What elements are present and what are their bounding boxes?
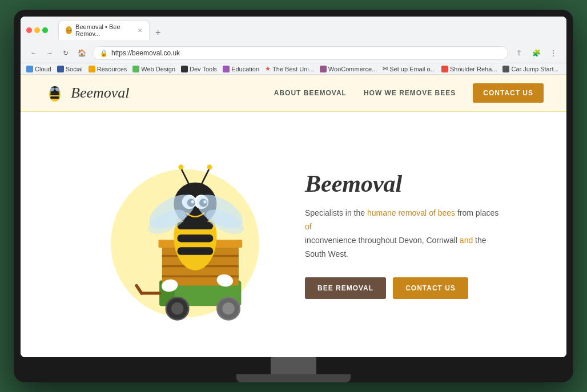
browser-window: 🐝 Beemoval • Bee Remov... ✕ + ← → ↻ 🏠 🔒 … xyxy=(21,17,566,357)
nav-about[interactable]: ABOUT BEEMOVAL xyxy=(274,89,347,97)
refresh-button[interactable]: ↻ xyxy=(58,46,73,60)
bee-character-illustration xyxy=(88,138,282,332)
hero-section: Beemoval Specialists in the humane remov… xyxy=(21,112,566,357)
bookmark-carjump[interactable]: Car Jump Start... xyxy=(502,66,558,72)
bookmark-car-label: Car Jump Start... xyxy=(511,66,558,72)
bookmark-shoulder-label: Shoulder Reha... xyxy=(450,66,497,72)
bookmark-webdesign-icon xyxy=(132,66,139,72)
bookmark-education-icon xyxy=(223,66,230,72)
hero-title: Beemoval xyxy=(305,170,499,197)
hero-text: Beemoval Specialists in the humane remov… xyxy=(305,170,499,298)
share-button[interactable]: ⇧ xyxy=(512,46,526,60)
stand-base xyxy=(236,374,351,382)
nav-links: ABOUT BEEMOVAL HOW WE REMOVE BEES CONTAC… xyxy=(274,83,544,103)
bookmark-education[interactable]: Education xyxy=(223,66,259,72)
site-navigation: Beemoval ABOUT BEEMOVAL HOW WE REMOVE BE… xyxy=(21,75,566,112)
bookmark-social[interactable]: Social xyxy=(57,66,83,72)
bookmark-woo-label: WooCommerce... xyxy=(328,66,377,72)
bookmark-email-label: Set up Email o... xyxy=(389,66,436,72)
svg-line-32 xyxy=(202,168,210,185)
bookmark-devtools-label: Dev Tools xyxy=(190,66,217,72)
bookmark-woocommerce[interactable]: WooCommerce... xyxy=(320,66,377,72)
bookmark-devtools-icon xyxy=(181,66,188,72)
hero-buttons: BEE REMOVAL CONTACT US xyxy=(305,277,499,299)
new-tab-button[interactable]: + xyxy=(151,25,165,40)
bookmark-bestuni-icon: ★ xyxy=(265,65,271,72)
bookmarks-bar: Cloud Social Resources Web Design Dev To… xyxy=(21,63,566,74)
bookmark-email-icon: ✉ xyxy=(383,65,388,72)
bookmark-car-icon xyxy=(502,66,509,72)
address-bar[interactable]: 🔒 https://beemoval.co.uk xyxy=(93,46,508,60)
back-button[interactable]: ← xyxy=(26,46,41,60)
logo-bee-icon xyxy=(43,82,66,104)
hero-description: Specialists in the humane removal of bee… xyxy=(305,207,499,261)
bookmark-shoulder-icon xyxy=(441,66,448,72)
bookmark-education-label: Education xyxy=(231,66,259,72)
browser-chrome: 🐝 Beemoval • Bee Remov... ✕ + ← → ↻ 🏠 🔒 … xyxy=(21,17,566,75)
bookmark-shoulder[interactable]: Shoulder Reha... xyxy=(441,66,497,72)
browser-toolbar: ← → ↻ 🏠 🔒 https://beemoval.co.uk ⇧ 🧩 ⋮ xyxy=(21,43,566,63)
svg-line-14 xyxy=(136,285,142,293)
extensions-button[interactable]: 🧩 xyxy=(529,46,544,60)
ssl-lock-icon: 🔒 xyxy=(100,50,108,57)
bookmark-social-label: Social xyxy=(66,66,83,72)
window-controls xyxy=(26,27,48,33)
svg-point-18 xyxy=(222,302,234,314)
svg-rect-3 xyxy=(50,96,59,99)
site-logo: Beemoval xyxy=(43,82,130,104)
svg-point-16 xyxy=(171,302,183,314)
svg-point-31 xyxy=(178,164,183,169)
maximize-dot[interactable] xyxy=(42,27,48,33)
svg-rect-21 xyxy=(178,235,214,242)
browser-titlebar: 🐝 Beemoval • Bee Remov... ✕ + xyxy=(21,17,566,43)
minimize-dot[interactable] xyxy=(34,27,40,33)
tab-favicon: 🐝 xyxy=(66,26,72,34)
bookmark-webdesign[interactable]: Web Design xyxy=(132,66,175,72)
bookmark-woo-icon xyxy=(320,66,327,72)
bookmark-resources[interactable]: Resources xyxy=(89,66,127,72)
monitor-stand xyxy=(21,357,566,382)
home-button[interactable]: 🏠 xyxy=(74,46,89,60)
hero-image xyxy=(88,138,282,332)
svg-rect-2 xyxy=(50,93,59,95)
monitor: 🐝 Beemoval • Bee Remov... ✕ + ← → ↻ 🏠 🔒 … xyxy=(14,10,573,382)
bee-removal-button[interactable]: BEE REMOVAL xyxy=(305,277,386,299)
bookmark-bestuni[interactable]: ★ The Best Uni... xyxy=(265,65,314,72)
active-tab[interactable]: 🐝 Beemoval • Bee Remov... ✕ xyxy=(58,20,150,40)
tab-bar: 🐝 Beemoval • Bee Remov... ✕ + xyxy=(53,20,171,40)
bookmark-cloud-icon xyxy=(26,66,33,72)
toolbar-actions: ⇧ 🧩 ⋮ xyxy=(512,46,561,60)
bookmark-devtools[interactable]: Dev Tools xyxy=(181,66,217,72)
menu-button[interactable]: ⋮ xyxy=(546,46,561,60)
contact-us-button[interactable]: CONTACT US xyxy=(393,277,468,299)
forward-button[interactable]: → xyxy=(42,46,57,60)
hero-desc-line2: inconvenience throughout Devon, Cornwall… xyxy=(305,236,487,258)
stand-neck xyxy=(271,357,316,374)
close-dot[interactable] xyxy=(26,27,32,33)
website-content: Beemoval ABOUT BEEMOVAL HOW WE REMOVE BE… xyxy=(21,75,566,357)
bookmark-email[interactable]: ✉ Set up Email o... xyxy=(383,65,436,72)
svg-point-33 xyxy=(207,164,212,169)
logo-text: Beemoval xyxy=(71,84,130,102)
tab-title: Beemoval • Bee Remov... xyxy=(75,23,132,37)
svg-rect-22 xyxy=(178,247,214,254)
svg-line-30 xyxy=(181,168,189,185)
address-text: https://beemoval.co.uk xyxy=(111,49,180,57)
bookmark-social-icon xyxy=(57,66,64,72)
bookmark-webdesign-label: Web Design xyxy=(141,66,175,72)
bookmark-resources-icon xyxy=(89,66,95,72)
bookmark-resources-label: Resources xyxy=(97,66,127,72)
nav-how[interactable]: HOW WE REMOVE BEES xyxy=(364,89,456,97)
hero-desc-line1: Specialists in the humane removal of bee… xyxy=(305,208,498,231)
bookmark-bestuni-label: The Best Uni... xyxy=(272,66,314,72)
bookmark-cloud[interactable]: Cloud xyxy=(26,66,51,72)
bookmark-cloud-label: Cloud xyxy=(35,66,51,72)
nav-contact[interactable]: CONTACT US xyxy=(473,83,544,103)
nav-buttons: ← → ↻ 🏠 xyxy=(26,46,89,60)
tab-close-button[interactable]: ✕ xyxy=(138,27,142,34)
